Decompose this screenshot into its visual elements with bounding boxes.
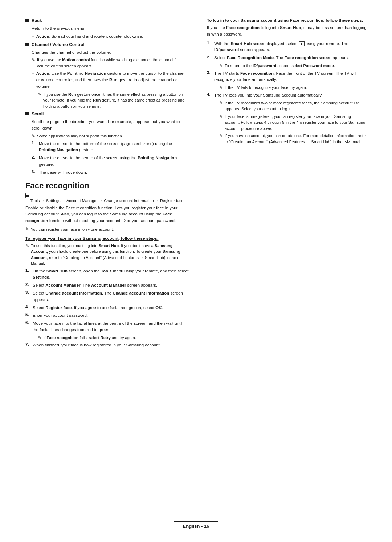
login-step-4-note3-text: If you have no account, you can create o… <box>225 133 367 145</box>
login-step-3-text: The TV starts Face recognition. Face the… <box>214 70 367 83</box>
breadcrumb-text: → Tools → Settings → Account Manager → C… <box>25 198 184 203</box>
scroll-note: Some applications may not support this f… <box>37 133 123 139</box>
scroll-step-1: 1. Move the cursor to the bottom of the … <box>32 141 189 154</box>
channel-note: If you use the Motion control function w… <box>37 57 189 69</box>
two-column-layout: Back Return to the previous menu. – Acti… <box>25 18 367 350</box>
reg-step-2: 2. Select Account Manager. The Account M… <box>25 282 189 289</box>
note-icon-reg: ✎ <box>25 243 29 248</box>
login-step-1: 1. With the Smart Hub screen displayed, … <box>207 41 367 54</box>
reg-num-5: 5. <box>25 312 33 319</box>
reg-step-6-note-text: If Face recognition fails, select Retry … <box>43 335 136 341</box>
login-step-3: 3. The TV starts Face recognition. Face … <box>207 70 367 83</box>
reg-note-1: ✎ To use this function, you must log int… <box>25 243 189 267</box>
channel-sub-note: ✎ If you use the Run gesture once, it ha… <box>38 91 189 110</box>
note-icon-channel-sub: ✎ <box>38 92 41 97</box>
reg-step-2-text: Select Account Manager. The Account Mana… <box>33 282 157 289</box>
login-step-4-note2-text: If your face is unregistered, you can re… <box>225 114 367 132</box>
login-step-4-note2: ✎ If your face is unregistered, you can … <box>219 114 367 132</box>
reg-num-7: 7. <box>25 342 33 349</box>
footer-text: English - 16 <box>183 523 209 529</box>
channel-note-item: ✎ If you use the Motion control function… <box>32 57 189 69</box>
scroll-section: Scroll <box>25 111 189 116</box>
scroll-label: Scroll <box>32 111 44 116</box>
login-step-4: 4. The TV logs you into your Samsung acc… <box>207 92 367 99</box>
scroll-step-3: 3. The page will move down. <box>32 169 189 176</box>
reg-step-4-text: Select Register face. If you agree to us… <box>33 305 163 311</box>
login-num-2: 2. <box>207 55 214 61</box>
scroll-step-2-text: Move the cursor to the centre of the scr… <box>39 155 189 168</box>
note-icon-scroll: ✎ <box>32 134 35 139</box>
reg-step-7: 7. When finished, your face is now regis… <box>25 342 189 349</box>
login-steps: 1. With the Smart Hub screen displayed, … <box>207 41 367 145</box>
note-icon-login4a: ✎ <box>219 100 223 106</box>
scroll-step-3-text: The page will move down. <box>39 169 87 176</box>
bullet-square-back <box>25 19 29 22</box>
scroll-num-3: 3. <box>32 169 39 176</box>
left-column: Back Return to the previous menu. – Acti… <box>25 18 189 350</box>
login-step-2-note-text: To return to the ID/password screen, sel… <box>225 63 335 69</box>
reg-steps: 1. On the Smart Hub screen, open the Too… <box>25 268 189 349</box>
back-action-text: Action: Spread your hand and rotate it c… <box>36 33 143 40</box>
note-icon-login4c: ✎ <box>219 133 223 138</box>
dash-icon-2: – <box>32 70 34 90</box>
login-step-4-note3: ✎ If you have no account, you can create… <box>219 133 367 145</box>
reg-num-1: 1. <box>25 268 33 281</box>
reg-step-6-note: ✎ If Face recognition fails, select Retr… <box>38 335 189 341</box>
note-icon-face: ✎ <box>25 227 29 232</box>
reg-step-5-text: Enter your account password. <box>33 312 88 319</box>
note-icon-login3: ✎ <box>219 85 223 90</box>
login-header: To log in to your Samsung account using … <box>207 18 367 22</box>
reg-step-6-text: Move your face into the facial lines at … <box>33 320 189 333</box>
reg-step-7-text: When finished, your face is now register… <box>33 342 161 349</box>
bullet-square-scroll <box>25 112 29 115</box>
channel-label: Channel / Volume Control <box>32 42 85 47</box>
login-num-3: 3. <box>207 70 214 83</box>
scroll-step-1-text: Move the cursor to the bottom of the scr… <box>39 141 189 154</box>
footer: English - 16 <box>0 521 392 531</box>
reg-num-3: 3. <box>25 290 33 303</box>
reg-step-1: 1. On the Smart Hub screen, open the Too… <box>25 268 189 281</box>
reg-note-1-text: To use this function, you must log into … <box>31 243 189 267</box>
login-step-3-note-text: If the TV fails to recognize your face, … <box>225 85 307 91</box>
login-num-1: 1. <box>207 41 214 54</box>
back-label: Back <box>32 18 42 23</box>
reg-step-4: 4. Select Register face. If you agree to… <box>25 305 189 311</box>
reg-step-3-text: Select Change account information. The C… <box>33 290 189 303</box>
menu-icon <box>25 193 30 198</box>
page-container: Back Return to the previous menu. – Acti… <box>0 0 392 542</box>
bullet-square-channel <box>25 43 29 46</box>
note-icon-reg6: ✎ <box>38 335 41 340</box>
note-icon-login2: ✎ <box>219 63 223 68</box>
right-column: To log in to your Samsung account using … <box>203 18 367 350</box>
reg-num-2: 2. <box>25 282 33 289</box>
scroll-step-2: 2. Move the cursor to the centre of the … <box>32 155 189 168</box>
scroll-steps: 1. Move the cursor to the bottom of the … <box>32 141 189 176</box>
reg-num-6: 6. <box>25 320 33 333</box>
face-desc: Enable or disable the Face recognition f… <box>25 205 189 224</box>
scroll-note-item: ✎ Some applications may not support this… <box>32 133 189 139</box>
scroll-num-1: 1. <box>32 141 39 154</box>
register-steps-header: To register your face in your Samsung ac… <box>25 236 189 241</box>
login-step-4-text: The TV logs you into your Samsung accoun… <box>214 92 323 99</box>
login-desc: If you use Face recognition to log into … <box>207 25 367 38</box>
reg-num-4: 4. <box>25 305 33 311</box>
login-num-4: 4. <box>207 92 214 99</box>
channel-action-text: Action: Use the Pointing Navigation gest… <box>36 70 189 90</box>
footer-box: English - 16 <box>174 521 219 531</box>
back-section: Back <box>25 18 189 23</box>
channel-section: Channel / Volume Control <box>25 42 189 47</box>
face-note-item: ✎ You can register your face in only one… <box>25 226 189 233</box>
back-text: Return to the previous menu. <box>32 25 189 32</box>
login-step-1-text: With the Smart Hub screen displayed, sel… <box>214 41 367 54</box>
login-step-2-text: Select Face Recognition Mode. The Face r… <box>214 55 349 61</box>
scroll-text: Scroll the page in the direction you wan… <box>32 119 189 132</box>
note-icon-login4b: ✎ <box>219 114 223 119</box>
login-step-4-note1-text: If the TV recognizes two or more registe… <box>225 100 367 112</box>
reg-step-1-text: On the Smart Hub screen, open the Tools … <box>33 268 189 281</box>
channel-action-item: – Action: Use the Pointing Navigation ge… <box>32 70 189 90</box>
face-note: You can register your face in only one a… <box>31 226 114 233</box>
channel-sub-note-text: If you use the Run gesture once, it has … <box>43 91 189 110</box>
scroll-num-2: 2. <box>32 155 39 168</box>
back-action-item: – Action: Spread your hand and rotate it… <box>32 33 189 40</box>
reg-step-3: 3. Select Change account information. Th… <box>25 290 189 303</box>
